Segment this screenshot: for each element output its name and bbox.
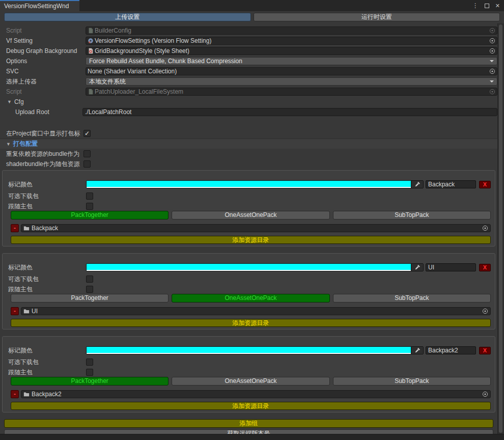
optional-download-label: 可选下载包 [8,358,86,367]
options-dropdown[interactable]: Force Rebuild Asset Bundle, Chunk Based … [86,57,497,65]
follow-main-checkbox[interactable] [86,203,93,210]
group-name-input[interactable] [426,263,476,271]
close-icon[interactable]: ✕ [495,3,500,9]
object-picker-icon[interactable] [488,38,495,44]
field-row-uploader: 选择上传器 本地文件系统 [0,76,497,87]
group-name-input[interactable] [426,346,476,354]
window-bottom-edge [0,434,504,440]
shader-bundle-checkbox[interactable] [83,160,91,168]
scriptable-object-icon [88,38,94,44]
uploader-label: 选择上传器 [6,77,86,86]
sub-top-pack-button[interactable]: SubTopPack [333,211,491,219]
eyedropper-button[interactable] [411,347,423,354]
tab-runtime-settings[interactable]: 运行时设置 [254,13,500,21]
svc-object-field[interactable]: None (Shader Variant Collection) [86,67,497,75]
asset-dir-object-field[interactable]: Backpack2 [21,390,491,398]
pack-group-backpack2: 标记颜色 X 可选下载包 跟随主包 [2,336,495,413]
script-object-field: BuilderConfig [86,26,497,35]
upload-root-input[interactable] [82,108,497,116]
eyedropper-button[interactable] [411,181,423,188]
follow-main-label: 跟随主包 [8,368,86,377]
uploader-dropdown[interactable]: 本地文件系统 [86,77,497,86]
object-picker-icon[interactable] [481,391,488,397]
eyedropper-button[interactable] [411,264,423,271]
script-label: Script [6,27,86,34]
mark-color-label: 标记颜色 [8,263,86,272]
tab-upload-settings[interactable]: 上传设置 [4,13,251,21]
cfg-foldout[interactable]: ▼ Cfg [0,97,497,107]
field-row-script: Script BuilderConfig [0,25,497,36]
show-badge-checkbox[interactable] [83,130,91,137]
object-picker-icon[interactable] [481,308,488,314]
vf-setting-object-field[interactable]: VersionFlowSettings (Version Flow Settin… [86,37,497,45]
object-picker-icon[interactable] [488,68,495,74]
eyedropper-icon [414,264,421,270]
add-asset-dir-button[interactable]: 添加资源目录 [11,236,491,244]
more-icon[interactable]: ⋮ [472,2,479,9]
remove-dir-button[interactable]: - [11,390,19,398]
window-title: VersionFlowSettingWnd [4,3,69,10]
pack-group-ui: 标记颜色 X 可选下载包 跟随主包 [2,253,495,329]
pack-config-foldout[interactable]: ▼ 打包配置 [0,139,497,149]
folder-icon [23,391,30,397]
follow-main-checkbox[interactable] [86,369,93,376]
debug-graph-background-value: GridBackgroundStyle (Style Sheet) [95,47,189,54]
follow-main-checkbox[interactable] [86,286,93,293]
remove-dir-button[interactable]: - [11,224,19,232]
follow-main-label: 跟随主包 [8,285,86,294]
group-name-input[interactable] [426,180,476,188]
object-picker-icon[interactable] [488,28,495,34]
asset-dir-object-field[interactable]: Backpack [21,224,491,232]
options-label: Options [6,58,86,65]
optional-download-checkbox[interactable] [86,276,93,283]
object-picker-icon[interactable] [488,48,495,54]
toggle-row-show-badge: 在Project窗口中显示打包标 [0,128,497,139]
asset-dir-object-field[interactable]: UI [21,307,491,315]
add-asset-dir-button[interactable]: 添加资源目录 [11,319,491,327]
pack-together-button[interactable]: PackTogether [11,294,169,302]
delete-group-button[interactable]: X [479,264,491,271]
optional-download-label: 可选下载包 [8,275,86,284]
uploader-value: 本地文件系统 [89,77,126,86]
delete-group-button[interactable]: X [479,181,491,188]
add-asset-dir-button[interactable]: 添加资源目录 [11,402,491,410]
pack-together-button[interactable]: PackTogether [11,377,169,386]
optional-download-checkbox[interactable] [86,359,93,366]
one-asset-one-pack-button[interactable]: OneAssetOnePack [172,294,329,302]
mark-color-field[interactable] [86,346,424,354]
maximize-icon[interactable] [485,4,489,8]
optional-download-label: 可选下载包 [8,192,86,201]
optional-download-checkbox[interactable] [86,193,93,200]
chevron-down-icon [490,80,494,82]
vf-setting-value: VersionFlowSettings (Version Flow Settin… [95,37,211,44]
pack-mode-row: PackTogether OneAssetOnePack SubTopPack [11,211,491,219]
mark-color-field[interactable] [86,180,424,188]
add-group-button[interactable]: 添加组 [4,419,493,428]
sub-top-pack-button[interactable]: SubTopPack [333,294,491,302]
color-swatch[interactable] [87,181,411,188]
pack-together-button[interactable]: PackTogether [11,211,169,219]
field-row-upload-root: Upload Root [0,107,497,117]
pack-mode-row: PackTogether OneAssetOnePack SubTopPack [11,377,491,386]
version-flow-setting-window: VersionFlowSettingWnd ⋮ ✕ 上传设置 运行时设置 Scr… [0,0,504,438]
sub-top-pack-button[interactable]: SubTopPack [333,377,491,386]
color-swatch[interactable] [87,264,411,271]
object-picker-icon[interactable] [481,225,488,231]
one-asset-one-pack-button[interactable]: OneAssetOnePack [172,211,329,219]
vertical-scrollbar[interactable] [497,23,504,434]
mark-color-field[interactable] [86,263,424,271]
cfg-label: Cfg [14,98,24,105]
scrollbar-thumb[interactable] [499,24,502,433]
foldout-arrow-icon: ▼ [7,99,12,104]
window-tab[interactable]: VersionFlowSettingWnd [0,0,79,11]
debug-graph-background-object-field[interactable]: GridBackgroundStyle (Style Sheet) [86,47,497,55]
object-picker-icon[interactable] [488,89,495,95]
color-swatch[interactable] [87,347,411,354]
asset-dir-row: - Backpack2 [11,390,491,398]
dup-bundle-checkbox[interactable] [83,150,91,157]
asset-dir-row: - UI [11,307,491,315]
delete-group-button[interactable]: X [479,347,491,354]
one-asset-one-pack-button[interactable]: OneAssetOnePack [172,377,329,386]
remove-dir-button[interactable]: - [11,307,19,315]
titlebar: VersionFlowSettingWnd ⋮ ✕ [0,0,504,11]
